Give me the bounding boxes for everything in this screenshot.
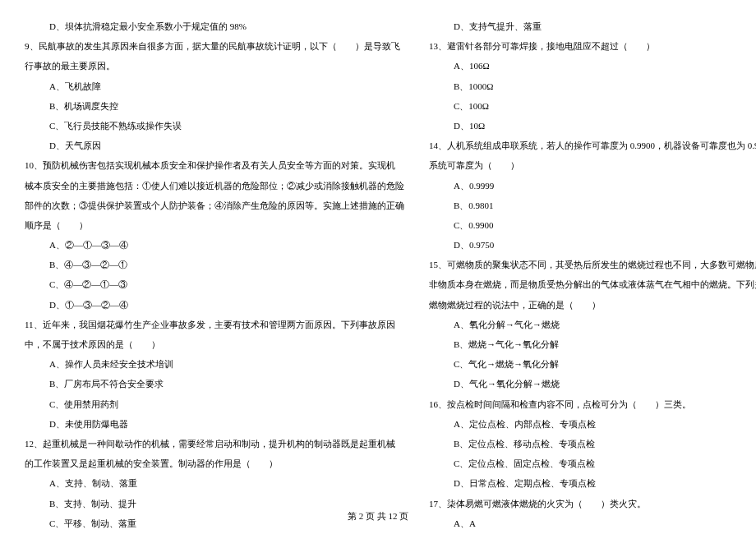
question-11-cont: 中，不属于技术原因的是（ ） — [25, 334, 404, 354]
question-10-cont: 部件的次数；③提供保护装置或个人防护装备；④消除产生危险的原因等。实施上述措施的… — [25, 196, 404, 215]
option-b: B、0.9801 — [429, 196, 756, 215]
page-columns: D、坝体抗滑稳定最小安全系数小于规定值的 98% 9、民航事故的发生其原因来自很… — [25, 16, 731, 533]
option-c: C、④—②—①—③ — [25, 274, 404, 294]
option-c: C、定位点检、固定点检、专项点检 — [429, 453, 756, 473]
option-b: B、④—③—②—① — [25, 255, 404, 274]
option-a: A、操作人员未经安全技术培训 — [25, 354, 404, 374]
question-14: 14、人机系统组成串联系统，若人的操作可靠度为 0.9900，机器设备可靠度也为… — [429, 136, 756, 155]
option-a: A、定位点检、内部点检、专项点检 — [429, 414, 756, 434]
question-10-cont: 械本质安全的主要措施包括：①使人们难以接近机器的危险部位；②减少或消除接触机器的… — [25, 176, 404, 196]
option-d: D、气化→氧化分解→燃烧 — [429, 374, 756, 394]
question-9-cont: 行事故的最主要原因。 — [25, 56, 404, 76]
option-d: D、未使用防爆电器 — [25, 414, 404, 434]
option-b: B、定位点检、移动点检、专项点检 — [429, 434, 756, 453]
option-d: D、坝体抗滑稳定最小安全系数小于规定值的 98% — [25, 16, 404, 36]
option-a: A、106Ω — [429, 56, 756, 76]
option-c: C、0.9900 — [429, 215, 756, 235]
option-b: B、机场调度失控 — [25, 96, 404, 116]
right-column: D、支持气提升、落重 13、避雷针各部分可靠焊接，接地电阻应不超过（ ） A、1… — [429, 16, 756, 533]
question-10: 10、预防机械伤害包括实现机械本质安全和保护操作者及有关人员安全等方面的对策。实… — [25, 155, 404, 175]
option-b: B、厂房布局不符合安全要求 — [25, 374, 404, 394]
question-15: 15、可燃物质的聚集状态不同，其受热后所发生的燃烧过程也不同，大多数可燃物质的燃… — [429, 255, 756, 274]
option-d: D、0.9750 — [429, 235, 756, 255]
question-15-cont: 燃物燃烧过程的说法中，正确的是（ ） — [429, 295, 756, 315]
option-d: D、天气原因 — [25, 136, 404, 155]
question-9: 9、民航事故的发生其原因来自很多方面，据大量的民航事故统计证明，以下（ ）是导致… — [25, 36, 404, 56]
option-a: A、支持、制动、落重 — [25, 473, 404, 493]
option-d: D、支持气提升、落重 — [429, 16, 756, 36]
question-11: 11、近年来，我国烟花爆竹生产企业事故多发，主要有技术和管理两方面原因。下列事故… — [25, 315, 404, 334]
option-b: B、1000Ω — [429, 76, 756, 96]
option-a: A、飞机故障 — [25, 76, 404, 96]
question-10-cont: 顺序是（ ） — [25, 215, 404, 235]
question-15-cont: 非物质本身在燃烧，而是物质受热分解出的气体或液体蒸气在气相中的燃烧。下列关于液体… — [429, 274, 756, 294]
left-column: D、坝体抗滑稳定最小安全系数小于规定值的 98% 9、民航事故的发生其原因来自很… — [25, 16, 404, 533]
option-a: A、②—①—③—④ — [25, 235, 404, 255]
option-a: A、氧化分解→气化→燃烧 — [429, 315, 756, 334]
option-c: C、气化→燃烧→氧化分解 — [429, 354, 756, 374]
option-c: C、使用禁用药剂 — [25, 394, 404, 414]
option-d: D、日常点检、定期点检、专项点检 — [429, 473, 756, 493]
question-12-cont: 的工作装置又是起重机械的安全装置。制动器的作用是（ ） — [25, 453, 404, 473]
option-b: B、燃烧→气化→氧化分解 — [429, 334, 756, 354]
question-14-cont: 系统可靠度为（ ） — [429, 155, 756, 175]
option-d: D、①—③—②—④ — [25, 295, 404, 315]
question-12: 12、起重机械是一种间歇动作的机械，需要经常启动和制动，提升机构的制动器既是起重… — [25, 434, 404, 453]
option-d: D、10Ω — [429, 116, 756, 136]
option-a: A、0.9999 — [429, 176, 756, 196]
question-16: 16、按点检时间间隔和检查内容不同，点检可分为（ ）三类。 — [429, 394, 756, 414]
page-footer: 第 2 页 共 12 页 — [0, 506, 756, 526]
option-c: C、100Ω — [429, 96, 756, 116]
question-13: 13、避雷针各部分可靠焊接，接地电阻应不超过（ ） — [429, 36, 756, 56]
option-c: C、飞行员技能不熟练或操作失误 — [25, 116, 404, 136]
